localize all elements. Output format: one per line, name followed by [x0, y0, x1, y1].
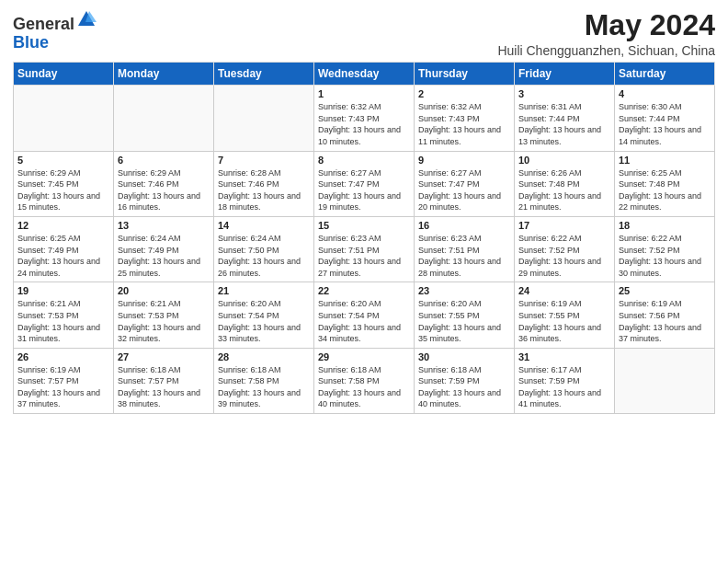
day-info: Sunrise: 6:25 AM Sunset: 7:49 PM Dayligh…: [17, 233, 109, 279]
day-info: Sunrise: 6:19 AM Sunset: 7:55 PM Dayligh…: [518, 298, 610, 344]
day-info: Sunrise: 6:26 AM Sunset: 7:48 PM Dayligh…: [518, 167, 610, 213]
calendar-page: General Blue May 2024 Huili Chengguanzhe…: [0, 0, 728, 563]
header-sunday: Sunday: [14, 63, 114, 86]
day-info: Sunrise: 6:18 AM Sunset: 7:58 PM Dayligh…: [218, 364, 310, 410]
day-number: 10: [518, 155, 610, 166]
table-row: 14Sunrise: 6:24 AM Sunset: 7:50 PM Dayli…: [214, 216, 314, 282]
table-row: 10Sunrise: 6:26 AM Sunset: 7:48 PM Dayli…: [515, 151, 615, 216]
table-row: 9Sunrise: 6:27 AM Sunset: 7:47 PM Daylig…: [415, 151, 515, 216]
day-info: Sunrise: 6:24 AM Sunset: 7:49 PM Dayligh…: [118, 233, 210, 279]
day-number: 16: [418, 220, 510, 231]
table-row: 4Sunrise: 6:30 AM Sunset: 7:44 PM Daylig…: [615, 86, 715, 151]
table-row: [114, 86, 214, 151]
table-row: 24Sunrise: 6:19 AM Sunset: 7:55 PM Dayli…: [515, 282, 615, 348]
day-number: 30: [418, 351, 510, 362]
table-row: 12Sunrise: 6:25 AM Sunset: 7:49 PM Dayli…: [14, 216, 114, 282]
logo: General Blue: [13, 9, 97, 52]
calendar-week-row: 12Sunrise: 6:25 AM Sunset: 7:49 PM Dayli…: [14, 216, 715, 282]
day-number: 23: [418, 285, 510, 296]
header-saturday: Saturday: [615, 63, 715, 86]
day-number: 6: [118, 155, 210, 166]
day-number: 31: [518, 351, 610, 362]
day-info: Sunrise: 6:27 AM Sunset: 7:47 PM Dayligh…: [318, 167, 410, 213]
day-info: Sunrise: 6:18 AM Sunset: 7:57 PM Dayligh…: [118, 364, 210, 410]
table-row: 22Sunrise: 6:20 AM Sunset: 7:54 PM Dayli…: [314, 282, 415, 348]
table-row: 19Sunrise: 6:21 AM Sunset: 7:53 PM Dayli…: [14, 282, 114, 348]
day-number: 15: [318, 220, 410, 231]
logo-icon: [76, 9, 97, 29]
calendar-week-row: 26Sunrise: 6:19 AM Sunset: 7:57 PM Dayli…: [14, 348, 715, 413]
day-info: Sunrise: 6:29 AM Sunset: 7:46 PM Dayligh…: [118, 167, 210, 213]
day-number: 22: [318, 285, 410, 296]
day-info: Sunrise: 6:20 AM Sunset: 7:54 PM Dayligh…: [318, 298, 410, 344]
day-info: Sunrise: 6:27 AM Sunset: 7:47 PM Dayligh…: [418, 167, 510, 213]
table-row: 25Sunrise: 6:19 AM Sunset: 7:56 PM Dayli…: [615, 282, 715, 348]
logo-general: General: [13, 15, 74, 33]
day-info: Sunrise: 6:32 AM Sunset: 7:43 PM Dayligh…: [418, 101, 510, 147]
table-row: 5Sunrise: 6:29 AM Sunset: 7:45 PM Daylig…: [14, 151, 114, 216]
table-row: 31Sunrise: 6:17 AM Sunset: 7:59 PM Dayli…: [515, 348, 615, 413]
day-number: 11: [619, 155, 711, 166]
header-monday: Monday: [114, 63, 214, 86]
day-number: 13: [118, 220, 210, 231]
calendar-week-row: 19Sunrise: 6:21 AM Sunset: 7:53 PM Dayli…: [14, 282, 715, 348]
day-info: Sunrise: 6:24 AM Sunset: 7:50 PM Dayligh…: [218, 233, 310, 279]
table-row: 30Sunrise: 6:18 AM Sunset: 7:59 PM Dayli…: [415, 348, 515, 413]
day-info: Sunrise: 6:21 AM Sunset: 7:53 PM Dayligh…: [17, 298, 109, 344]
day-number: 1: [318, 88, 410, 99]
day-info: Sunrise: 6:22 AM Sunset: 7:52 PM Dayligh…: [619, 233, 711, 279]
day-info: Sunrise: 6:25 AM Sunset: 7:48 PM Dayligh…: [619, 167, 711, 213]
day-info: Sunrise: 6:23 AM Sunset: 7:51 PM Dayligh…: [418, 233, 510, 279]
day-number: 14: [218, 220, 310, 231]
day-info: Sunrise: 6:28 AM Sunset: 7:46 PM Dayligh…: [218, 167, 310, 213]
day-number: 28: [218, 351, 310, 362]
table-row: 15Sunrise: 6:23 AM Sunset: 7:51 PM Dayli…: [314, 216, 415, 282]
day-info: Sunrise: 6:23 AM Sunset: 7:51 PM Dayligh…: [318, 233, 410, 279]
day-info: Sunrise: 6:17 AM Sunset: 7:59 PM Dayligh…: [518, 364, 610, 410]
day-number: 17: [518, 220, 610, 231]
logo-blue: Blue: [13, 33, 49, 52]
table-row: 11Sunrise: 6:25 AM Sunset: 7:48 PM Dayli…: [615, 151, 715, 216]
table-row: [214, 86, 314, 151]
day-number: 4: [619, 88, 711, 99]
day-number: 25: [619, 285, 711, 296]
day-number: 27: [118, 351, 210, 362]
day-info: Sunrise: 6:19 AM Sunset: 7:57 PM Dayligh…: [17, 364, 109, 410]
day-number: 7: [218, 155, 310, 166]
table-row: 16Sunrise: 6:23 AM Sunset: 7:51 PM Dayli…: [415, 216, 515, 282]
day-info: Sunrise: 6:20 AM Sunset: 7:54 PM Dayligh…: [218, 298, 310, 344]
table-row: [615, 348, 715, 413]
calendar-table: Sunday Monday Tuesday Wednesday Thursday…: [13, 62, 715, 414]
table-row: 27Sunrise: 6:18 AM Sunset: 7:57 PM Dayli…: [114, 348, 214, 413]
table-row: [14, 86, 114, 151]
table-row: 2Sunrise: 6:32 AM Sunset: 7:43 PM Daylig…: [415, 86, 515, 151]
day-number: 18: [619, 220, 711, 231]
day-number: 3: [518, 88, 610, 99]
table-row: 13Sunrise: 6:24 AM Sunset: 7:49 PM Dayli…: [114, 216, 214, 282]
day-info: Sunrise: 6:18 AM Sunset: 7:58 PM Dayligh…: [318, 364, 410, 410]
day-info: Sunrise: 6:31 AM Sunset: 7:44 PM Dayligh…: [518, 101, 610, 147]
header-wednesday: Wednesday: [314, 63, 415, 86]
day-number: 26: [17, 351, 109, 362]
table-row: 23Sunrise: 6:20 AM Sunset: 7:55 PM Dayli…: [415, 282, 515, 348]
day-number: 24: [518, 285, 610, 296]
location: Huili Chengguanzhen, Sichuan, China: [497, 43, 715, 58]
table-row: 1Sunrise: 6:32 AM Sunset: 7:43 PM Daylig…: [314, 86, 415, 151]
title-block: May 2024 Huili Chengguanzhen, Sichuan, C…: [497, 9, 715, 58]
table-row: 29Sunrise: 6:18 AM Sunset: 7:58 PM Dayli…: [314, 348, 415, 413]
day-info: Sunrise: 6:20 AM Sunset: 7:55 PM Dayligh…: [418, 298, 510, 344]
day-number: 19: [17, 285, 109, 296]
table-row: 18Sunrise: 6:22 AM Sunset: 7:52 PM Dayli…: [615, 216, 715, 282]
table-row: 17Sunrise: 6:22 AM Sunset: 7:52 PM Dayli…: [515, 216, 615, 282]
table-row: 6Sunrise: 6:29 AM Sunset: 7:46 PM Daylig…: [114, 151, 214, 216]
table-row: 26Sunrise: 6:19 AM Sunset: 7:57 PM Dayli…: [14, 348, 114, 413]
day-info: Sunrise: 6:29 AM Sunset: 7:45 PM Dayligh…: [17, 167, 109, 213]
day-number: 20: [118, 285, 210, 296]
table-row: 8Sunrise: 6:27 AM Sunset: 7:47 PM Daylig…: [314, 151, 415, 216]
table-row: 20Sunrise: 6:21 AM Sunset: 7:53 PM Dayli…: [114, 282, 214, 348]
day-number: 8: [318, 155, 410, 166]
header-friday: Friday: [515, 63, 615, 86]
day-info: Sunrise: 6:18 AM Sunset: 7:59 PM Dayligh…: [418, 364, 510, 410]
calendar-week-row: 1Sunrise: 6:32 AM Sunset: 7:43 PM Daylig…: [14, 86, 715, 151]
table-row: 21Sunrise: 6:20 AM Sunset: 7:54 PM Dayli…: [214, 282, 314, 348]
